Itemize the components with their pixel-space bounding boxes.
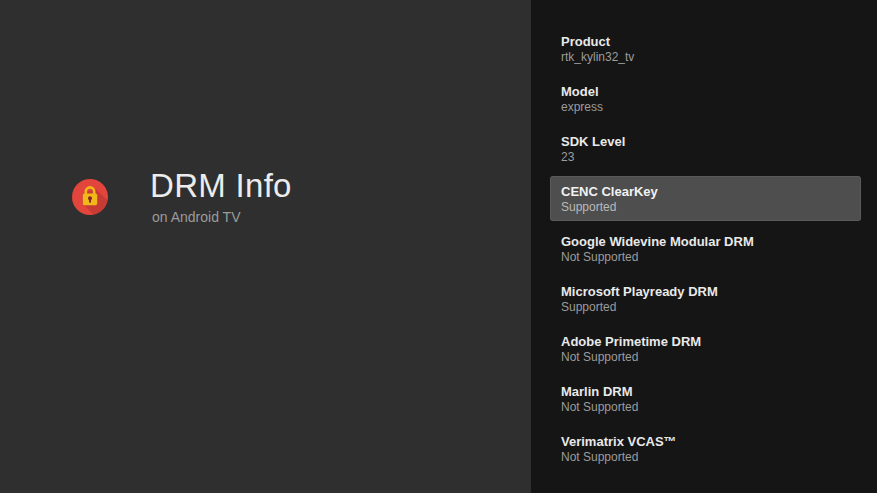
item-value: Supported	[561, 200, 861, 215]
item-value: rtk_kylin32_tv	[561, 50, 861, 65]
list-item-primetime[interactable]: Adobe Primetime DRM Not Supported	[531, 326, 877, 376]
hero-panel: DRM Info on Android TV	[0, 0, 531, 493]
item-title: Product	[561, 34, 861, 50]
item-title: Microsoft Playready DRM	[561, 284, 861, 300]
item-value: Not Supported	[561, 250, 861, 265]
info-list-panel: realtek Product rtk_kylin32_tv Model exp…	[531, 0, 877, 493]
app-title: DRM Info	[150, 168, 292, 204]
list-item-marlin[interactable]: Marlin DRM Not Supported	[531, 376, 877, 426]
item-title: Verimatrix VCAS™	[561, 434, 861, 450]
list-item-widevine[interactable]: Google Widevine Modular DRM Not Supporte…	[531, 226, 877, 276]
list-item-product[interactable]: Product rtk_kylin32_tv	[531, 26, 877, 76]
item-value: Not Supported	[561, 450, 861, 465]
drm-property-list: realtek Product rtk_kylin32_tv Model exp…	[531, 0, 877, 476]
item-title: SDK Level	[561, 134, 861, 150]
list-item-playready[interactable]: Microsoft Playready DRM Supported	[531, 276, 877, 326]
item-title: Adobe Primetime DRM	[561, 334, 861, 350]
lock-icon	[72, 179, 108, 215]
item-title: Marlin DRM	[561, 384, 861, 400]
item-value: 23	[561, 150, 861, 165]
item-value: Not Supported	[561, 400, 861, 415]
item-title: Model	[561, 84, 861, 100]
item-value: Not Supported	[561, 350, 861, 365]
list-item-partial[interactable]: realtek	[531, 0, 877, 26]
list-item-verimatrix[interactable]: Verimatrix VCAS™ Not Supported	[531, 426, 877, 476]
app-subtitle: on Android TV	[152, 208, 292, 226]
item-title: CENC ClearKey	[561, 184, 861, 200]
list-item-cenc-clearkey[interactable]: CENC ClearKey Supported	[531, 176, 877, 226]
list-item-sdk-level[interactable]: SDK Level 23	[531, 126, 877, 176]
item-value: Supported	[561, 300, 861, 315]
item-title: Google Widevine Modular DRM	[561, 234, 861, 250]
drm-info-screen: DRM Info on Android TV realtek Product r…	[0, 0, 877, 493]
list-item-model[interactable]: Model express	[531, 76, 877, 126]
item-value: express	[561, 100, 861, 115]
